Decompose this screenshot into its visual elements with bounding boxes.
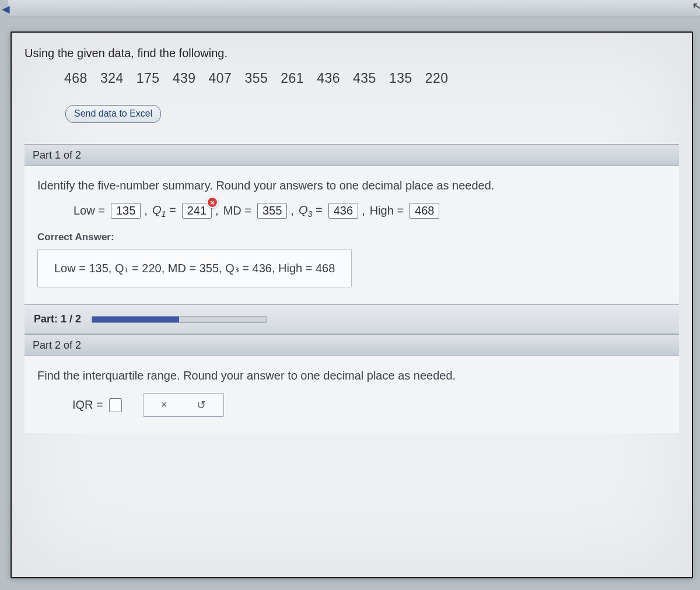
q1-value: 241 bbox=[187, 204, 206, 217]
iqr-answer-line: IQR = × ↺ bbox=[72, 393, 666, 417]
data-value: 220 bbox=[425, 71, 449, 86]
low-label: Low = bbox=[74, 204, 105, 217]
correct-answer-box: Low = 135, Q₁ = 220, MD = 355, Q₃ = 436,… bbox=[37, 249, 352, 287]
q3-input[interactable]: 436 bbox=[328, 203, 358, 219]
part2-header: Part 2 of 2 bbox=[24, 334, 679, 356]
back-arrow-icon[interactable]: ◀ bbox=[2, 3, 9, 15]
md-input[interactable]: 355 bbox=[257, 203, 287, 219]
data-value: 324 bbox=[100, 71, 124, 86]
progress-bar-fill bbox=[92, 317, 179, 322]
data-values-row: 468 324 175 439 407 355 261 436 435 135 … bbox=[64, 71, 679, 86]
send-to-excel-button[interactable]: Send data to Excel bbox=[65, 105, 161, 123]
correct-answer-text: Low = 135, Q₁ = 220, MD = 355, Q₃ = 436,… bbox=[54, 262, 335, 275]
iqr-input[interactable] bbox=[109, 398, 122, 412]
q1-label: Q1 = bbox=[152, 203, 176, 219]
low-input[interactable]: 135 bbox=[111, 203, 141, 219]
progress-row: Part: 1 / 2 bbox=[24, 304, 679, 334]
q1-input[interactable]: 241 × bbox=[182, 203, 212, 219]
comma: , bbox=[290, 204, 294, 217]
data-value: 436 bbox=[317, 71, 340, 86]
part1-section: Identify the five-number summary. Round … bbox=[24, 166, 679, 304]
part1-header: Part 1 of 2 bbox=[24, 144, 679, 166]
data-value: 261 bbox=[281, 71, 304, 86]
progress-bar bbox=[92, 316, 267, 323]
quiz-page: ◀ ↖ Using the given data, find the follo… bbox=[0, 0, 700, 590]
five-number-answer-line: Low = 135 , Q1 = 241 × , MD = 355 , Q3 = bbox=[72, 203, 666, 219]
part1-instruction: Identify the five-number summary. Round … bbox=[37, 179, 666, 192]
q3-label: Q3 = bbox=[299, 203, 323, 219]
data-value: 468 bbox=[64, 71, 88, 86]
progress-label: Part: 1 / 2 bbox=[34, 313, 81, 325]
high-input[interactable]: 468 bbox=[410, 203, 439, 219]
question-prompt: Using the given data, find the following… bbox=[24, 47, 679, 60]
comma: , bbox=[144, 204, 148, 217]
reset-button[interactable]: ↺ bbox=[197, 398, 206, 412]
data-value: 135 bbox=[389, 71, 412, 86]
high-label: High = bbox=[370, 204, 404, 217]
correct-answer-heading: Correct Answer: bbox=[37, 231, 666, 243]
iqr-label: IQR = bbox=[72, 398, 103, 412]
question-panel: Using the given data, find the following… bbox=[10, 31, 693, 578]
part2-section: Find the interquartile range. Round your… bbox=[24, 356, 679, 433]
part2-header-label: Part 2 of 2 bbox=[33, 339, 81, 352]
answer-toolbox: × ↺ bbox=[143, 393, 224, 417]
md-label: MD = bbox=[223, 204, 251, 217]
data-value: 407 bbox=[209, 71, 232, 86]
part2-instruction: Find the interquartile range. Round your… bbox=[37, 369, 666, 382]
wrong-icon: × bbox=[206, 196, 218, 208]
clear-button[interactable]: × bbox=[161, 398, 167, 412]
data-value: 439 bbox=[173, 71, 196, 86]
data-value: 175 bbox=[136, 71, 160, 86]
comma: , bbox=[362, 204, 365, 217]
data-value: 435 bbox=[353, 71, 376, 86]
window-top-bar bbox=[8, 0, 700, 16]
part1-header-label: Part 1 of 2 bbox=[33, 149, 81, 161]
data-value: 355 bbox=[244, 71, 268, 86]
